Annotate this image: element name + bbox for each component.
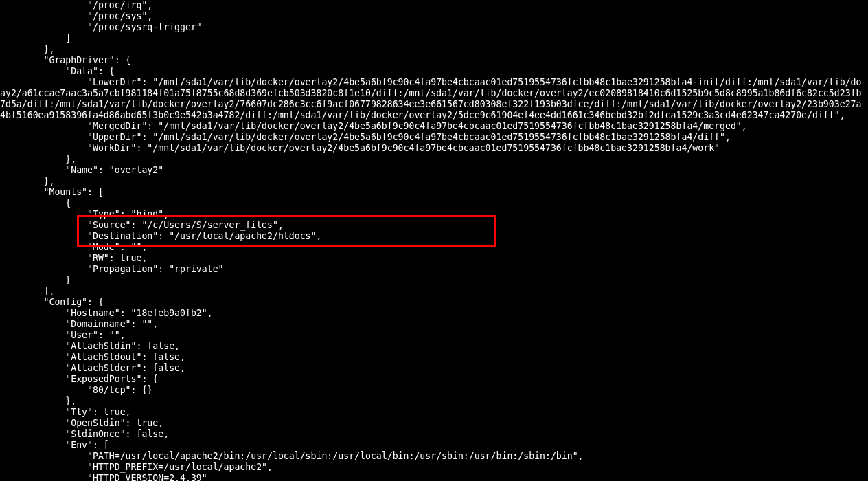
terminal-line: "Hostname": "18efeb9a0fb2", (0, 308, 213, 318)
terminal-line: "80/tcp": {} (0, 385, 152, 395)
terminal-line: "/proc/sys", (0, 11, 152, 21)
terminal-line: } (0, 275, 71, 285)
terminal-line: "LowerDir": "/mnt/sda1/var/lib/docker/ov… (0, 77, 861, 87)
terminal-line: "MergedDir": "/mnt/sda1/var/lib/docker/o… (0, 121, 747, 131)
terminal-line: "Name": "overlay2" (0, 165, 163, 175)
terminal-line: }, (0, 154, 76, 164)
terminal-line: "Mode": "", (0, 242, 147, 252)
terminal-line: "HTTPD_PREFIX=/usr/local/apache2", (0, 462, 273, 472)
terminal-line: }, (0, 176, 54, 186)
terminal-line: "User": "", (0, 330, 126, 340)
terminal-line: ay2/a61ccae7aac3a5a7cbf981184f01a75f8755… (0, 88, 861, 98)
terminal-line: "/proc/sysrq-trigger" (0, 22, 202, 32)
terminal-line: "HTTPD_VERSION=2.4.39" (0, 473, 207, 481)
terminal-line: ] (0, 33, 71, 43)
terminal-line: "Config": { (0, 297, 104, 307)
terminal-line: "/proc/irq", (0, 0, 152, 10)
terminal-line: }, (0, 44, 54, 54)
terminal-line: 4bf5160ea9158396fa4d86abd65f3b0c9e542b3a… (0, 110, 845, 120)
terminal-line: "ExposedPorts": { (0, 374, 158, 384)
terminal-line: "Destination": "/usr/local/apache2/htdoc… (0, 231, 321, 241)
terminal-line: "Mounts": [ (0, 187, 104, 197)
terminal-line: ], (0, 286, 54, 296)
terminal-line: 7d5a/diff:/mnt/sda1/var/lib/docker/overl… (0, 99, 861, 109)
terminal-line: "OpenStdin": true, (0, 418, 163, 428)
terminal-line: "Domainname": "", (0, 319, 158, 329)
terminal-line: "Env": [ (0, 440, 109, 450)
terminal-line: "PATH=/usr/local/apache2/bin:/usr/local/… (0, 451, 584, 461)
terminal-line: }, (0, 396, 76, 406)
terminal-line: "Data": { (0, 66, 115, 76)
terminal-line: "AttachStdout": false, (0, 352, 185, 362)
terminal-line: "GraphDriver": { (0, 55, 131, 65)
terminal-line: { (0, 198, 71, 208)
terminal-line: "Source": "/c/Users/S/server_files", (0, 220, 284, 230)
terminal-line: "WorkDir": "/mnt/sda1/var/lib/docker/ove… (0, 143, 720, 153)
terminal-line: "Tty": true, (0, 407, 131, 417)
terminal-line: "AttachStdin": false, (0, 341, 180, 351)
terminal-output[interactable]: "/proc/irq", "/proc/sys", "/proc/sysrq-t… (0, 0, 868, 481)
terminal-line: "Propagation": "rprivate" (0, 264, 224, 274)
terminal-line: "RW": true, (0, 253, 147, 263)
terminal-line: "StdinOnce": false, (0, 429, 169, 439)
terminal-line: "Type": "bind", (0, 209, 169, 219)
terminal-line: "UpperDir": "/mnt/sda1/var/lib/docker/ov… (0, 132, 731, 142)
terminal-line: "AttachStderr": false, (0, 363, 185, 373)
